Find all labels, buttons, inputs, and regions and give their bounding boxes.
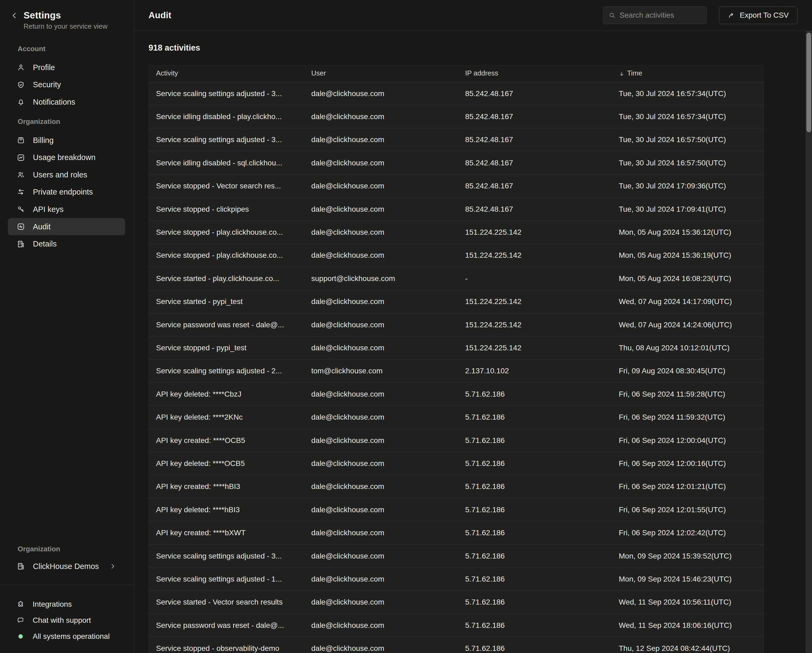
scrollbar-thumb[interactable] [806,33,811,132]
sidebar-item-label: Security [33,80,61,89]
cell-time: Mon, 05 Aug 2024 15:36:19(UTC) [611,251,764,259]
cell-user: dale@clickhouse.com [304,598,458,606]
cell-activity: API key deleted: ****2KNc [148,413,304,421]
sidebar-section-organization: OrganizationBillingUsage breakdownUsers … [0,117,134,253]
building-icon [17,240,25,248]
sidebar-footer: IntegrationsChat with supportAll systems… [0,596,134,644]
scrollbar-track[interactable] [806,31,812,653]
table-row: Service scaling settings adjusted - 3...… [148,544,764,568]
sidebar-item-private-endpoints[interactable]: Private endpoints [8,184,125,201]
sidebar-item-billing[interactable]: Billing [8,132,125,149]
sidebar-item-label: Billing [33,136,53,145]
sidebar-item-users-and-roles[interactable]: Users and roles [8,166,125,184]
org-switcher-label: Organization [18,545,60,553]
user-icon [17,63,25,72]
cell-time: Fri, 06 Sep 2024 12:01:55(UTC) [611,505,764,514]
cell-time: Wed, 11 Sep 2024 18:06:16(UTC) [611,621,764,630]
sidebar-item-api-keys[interactable]: API keys [8,201,125,218]
sidebar-item-label: Private endpoints [33,188,93,197]
cell-time: Fri, 06 Sep 2024 12:02:42(UTC) [611,529,764,537]
sidebar-item-usage-breakdown[interactable]: Usage breakdown [8,149,125,166]
column-header-ip-address[interactable]: IP address [458,69,611,77]
table-row: API key created: ****OCB5dale@clickhouse… [148,429,764,452]
table-row: Service stopped - observability-demodale… [148,637,764,653]
cell-ip-address: 5.71.62.186 [458,436,611,445]
cell-activity: Service stopped - observability-demo [148,644,304,653]
table-row: Service stopped - pypi_testdale@clickhou… [148,336,764,359]
key-icon [17,205,25,213]
sort-arrow-down-icon [619,70,625,76]
footer-item-all-systems-operational[interactable]: All systems operational [0,629,134,644]
cell-user: dale@clickhouse.com [304,575,458,583]
cell-ip-address: 5.71.62.186 [458,390,611,398]
cell-ip-address: - [458,274,611,283]
cell-activity: API key created: ****hBI3 [148,482,304,491]
cell-time: Mon, 09 Sep 2024 15:39:52(UTC) [611,552,764,560]
table-row: API key deleted: ****OCB5dale@clickhouse… [148,452,764,475]
cell-activity: Service idling disabled - sql.clickhou..… [148,159,304,167]
footer-item-integrations[interactable]: Integrations [0,596,134,612]
cell-user: dale@clickhouse.com [304,205,458,214]
cell-user: dale@clickhouse.com [304,136,458,144]
status-dot-icon [17,633,24,640]
cell-activity: Service started - Vector search results [148,598,304,606]
cell-time: Mon, 05 Aug 2024 15:36:12(UTC) [611,228,764,236]
cell-activity: Service stopped - play.clickhouse.co... [148,251,304,259]
org-switcher[interactable]: ClickHouse Demos [8,558,125,574]
cell-time: Fri, 06 Sep 2024 12:01:21(UTC) [611,482,764,491]
cell-activity: Service idling disabled - play.clickho..… [148,112,304,121]
users-icon [17,171,25,179]
sidebar-item-details[interactable]: Details [8,235,125,253]
table-row: Service stopped - play.clickhouse.co...d… [148,221,764,244]
cell-user: dale@clickhouse.com [304,182,458,190]
cell-ip-address: 5.71.62.186 [458,575,611,583]
table-row: Service started - Vector search resultsd… [148,590,764,614]
sidebar-item-notifications[interactable]: Notifications [8,93,125,111]
cell-user: dale@clickhouse.com [304,228,458,236]
cell-ip-address: 85.242.48.167 [458,136,611,144]
sidebar-item-label: API keys [33,205,63,214]
search-input[interactable] [620,11,702,20]
footer-item-chat-with-support[interactable]: Chat with support [0,612,134,629]
cell-ip-address: 5.71.62.186 [458,621,611,630]
cell-user: dale@clickhouse.com [304,505,458,514]
cell-activity: Service scaling settings adjusted - 3... [148,89,304,98]
cell-ip-address: 151.224.225.142 [458,343,611,352]
cell-activity: Service password was reset - dale@... [148,320,304,329]
settings-subtitle[interactable]: Return to your service view [24,22,108,31]
cell-user: support@clickhouse.com [304,274,458,283]
cell-ip-address: 151.224.225.142 [458,251,611,259]
column-header-time[interactable]: Time [611,69,764,77]
chart-icon [17,154,25,162]
cell-activity: Service password was reset - dale@... [148,621,304,630]
cell-user: dale@clickhouse.com [304,552,458,560]
cell-activity: Service started - pypi_test [148,298,304,306]
cell-user: dale@clickhouse.com [304,251,458,259]
cell-user: dale@clickhouse.com [304,413,458,421]
cell-user: dale@clickhouse.com [304,459,458,468]
cell-user: dale@clickhouse.com [304,621,458,630]
cell-ip-address: 85.242.48.167 [458,89,611,98]
column-header-activity[interactable]: Activity [148,69,304,77]
column-header-label: User [311,69,326,77]
search-box[interactable] [603,6,707,24]
org-name: ClickHouse Demos [33,562,99,571]
sidebar-item-profile[interactable]: Profile [8,59,125,76]
cell-time: Tue, 30 Jul 2024 17:09:36(UTC) [611,182,764,190]
cell-activity: Service scaling settings adjusted - 2... [148,367,304,375]
sidebar-item-audit[interactable]: Audit [8,218,125,235]
cell-time: Wed, 07 Aug 2024 14:24:06(UTC) [611,320,764,329]
cell-ip-address: 85.242.48.167 [458,159,611,167]
table-row: Service scaling settings adjusted - 3...… [148,128,764,151]
search-icon [608,12,616,19]
back-chevron-icon[interactable] [10,11,19,20]
cell-activity: Service started - play.clickhouse.co... [148,274,304,283]
column-header-user[interactable]: User [304,69,458,77]
sidebar-item-security[interactable]: Security [8,76,125,94]
wallet-icon [17,136,25,144]
cell-time: Fri, 06 Sep 2024 11:59:32(UTC) [611,413,764,421]
table-row: Service idling disabled - sql.clickhou..… [148,151,764,174]
cell-ip-address: 151.224.225.142 [458,298,611,306]
cell-ip-address: 5.71.62.186 [458,598,611,606]
export-csv-button[interactable]: Export To CSV [719,6,798,24]
